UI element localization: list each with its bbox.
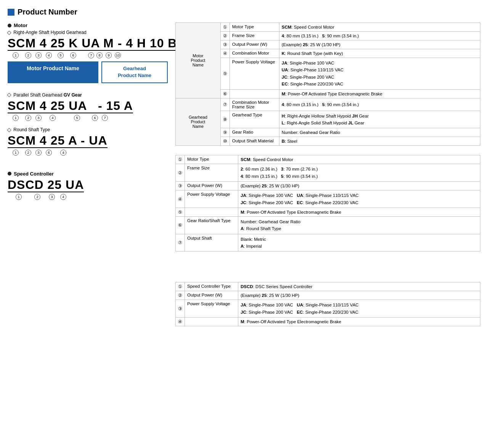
- table-row: ⑦ Output Shaft Blank: MetricA: Imperial: [176, 234, 480, 251]
- left-column: Motor Right-Angle Shaft Hypoid Gearhead …: [8, 23, 168, 326]
- label-cell: Gear Ratio/Shaft Type: [185, 216, 238, 234]
- diamond-icon-2: [7, 93, 11, 97]
- right-column: MotorProductName ① Motor Type SCM: Speed…: [175, 23, 480, 326]
- speed-ctrl-spec-table: ① Speed Controller Type DSCD: DSC Series…: [175, 282, 480, 326]
- table-row: ⑤ Power Supply Voltage JA: Single-Phase …: [176, 58, 480, 90]
- num-cell: ④: [176, 190, 185, 208]
- table-row: ⑩ Output Shaft Material B: Steel: [176, 137, 480, 146]
- table-row: ① Speed Controller Type DSCD: DSC Series…: [176, 282, 480, 291]
- section-cell: MotorProductName: [176, 23, 221, 98]
- right-angle-table-wrapper: MotorProductName ① Motor Type SCM: Speed…: [175, 23, 480, 146]
- parallel-spec-table: ① Motor Type SCM: Speed Control Motor ② …: [175, 155, 480, 251]
- num-cell: ⑦: [176, 234, 185, 251]
- value-cell: 4: 80 mm (3.15 in.) 5: 90 mm (3.54 in.): [279, 32, 480, 40]
- p-num-5: 5: [72, 115, 82, 121]
- num-cell: ⑩: [220, 137, 230, 146]
- value-cell: B: Steel: [279, 137, 480, 146]
- value-cell: JA: Single-Phase 100 VACUA: Single-Phase…: [279, 58, 480, 90]
- num-6: 6: [68, 52, 79, 58]
- parallel-header: Parallel Shaft Gearhead GV Gear: [8, 92, 168, 98]
- label-cell: Output Shaft: [185, 234, 238, 251]
- value-cell: DSCD: DSC Series Speed Controller: [238, 282, 480, 291]
- speed-ctrl-code: DSCD 25 UA: [8, 178, 84, 192]
- parallel-subsection: Parallel Shaft Gearhead GV Gear SCM 4 25…: [8, 92, 168, 156]
- page-title: Product Number: [8, 8, 480, 16]
- r-num-4: 4: [59, 150, 68, 156]
- table-row: ④ Power Supply Voltage JA: Single-Phase …: [176, 190, 480, 208]
- label-cell: Combination Motor Frame Size: [230, 98, 279, 111]
- num-cell: ⑤: [176, 208, 185, 216]
- label-cell: [230, 89, 279, 98]
- sc-num-2: 2: [30, 194, 45, 200]
- label-cell: Combination Motor: [230, 49, 279, 58]
- num-9: 9: [104, 52, 114, 58]
- speed-ctrl-table-wrapper: ① Speed Controller Type DSCD: DSC Series…: [175, 282, 480, 326]
- num-cell: ②: [176, 164, 185, 182]
- value-cell: (Example) 25: 25 W (1/30 HP): [238, 182, 480, 190]
- p-num-7: 7: [100, 115, 110, 121]
- table-row: ③ Output Power (W) (Example) 25: 25 W (1…: [176, 40, 480, 49]
- gearhead-product-name-box: GearheadProduct Name: [101, 61, 168, 83]
- table-row: ④ Combination Motor K: Round Shaft Type …: [176, 49, 480, 58]
- num-2: 2: [24, 52, 33, 58]
- num-3: 3: [33, 52, 44, 58]
- r-num-1: 1: [8, 150, 24, 156]
- right-angle-header: Right-Angle Shaft Hypoid Gearhead: [8, 30, 168, 35]
- num-cell: ③: [220, 40, 230, 49]
- value-cell: Number: Geahead Gear Ratio: [279, 128, 480, 137]
- label-cell: Power Supply Voltage: [185, 300, 238, 317]
- right-angle-spec-table: MotorProductName ① Motor Type SCM: Speed…: [175, 23, 480, 146]
- diamond-icon: [7, 31, 11, 35]
- table-row: ⑥ Gear Ratio/Shaft Type Number: Gearhead…: [176, 216, 480, 234]
- label-cell: Output Power (W): [185, 291, 238, 300]
- table-row: ⑨ Gear Ratio Number: Geahead Gear Ratio: [176, 128, 480, 137]
- num-1: 1: [8, 52, 24, 58]
- table-row: ③ Output Power (W) (Example) 25: 25 W (1…: [176, 182, 480, 190]
- r-num-2: 2: [24, 150, 33, 156]
- num-4: 4: [44, 52, 53, 58]
- value-cell: 4: 80 mm (3.15 in.) 5: 90 mm (3.54 in.): [279, 98, 480, 111]
- right-angle-nums: 1 2 3 4 5 6 7 8 9 10: [8, 52, 168, 58]
- num-10: 10: [114, 52, 122, 58]
- table-row: ⑥ M: Power-Off Activated Type Electromag…: [176, 89, 480, 98]
- value-cell: JA: Single-Phase 100 VAC UA: Single-Phas…: [238, 300, 480, 317]
- num-cell: ④: [176, 317, 185, 326]
- num-cell: ⑥: [220, 89, 230, 98]
- label-cell: Power Supply Voltage: [230, 58, 279, 90]
- name-boxes: Motor Product Name GearheadProduct Name: [8, 61, 168, 83]
- num-cell: ③: [176, 300, 185, 317]
- label-cell: Output Shaft Material: [230, 137, 279, 146]
- table-row: ⑤ M: Power-Off Activated Type Electromag…: [176, 208, 480, 216]
- value-cell: JA: Single-Phase 100 VAC UA: Single-Phas…: [238, 190, 480, 208]
- round-shaft-header: Round Shaft Type: [8, 127, 168, 132]
- parallel-code: SCM 4 25 UA - 15 A: [8, 99, 133, 113]
- label-cell: Output Power (W): [185, 182, 238, 190]
- sc-num-3: 3: [45, 194, 59, 200]
- label-cell: Gear Ratio: [230, 128, 279, 137]
- value-cell: SCM: Speed Control Motor: [238, 155, 480, 164]
- label-cell: [185, 208, 238, 216]
- value-cell: M: Power-Off Activated Type Electromagne…: [238, 317, 480, 326]
- diamond-icon-3: [7, 128, 11, 132]
- table-row: ③ Power Supply Voltage JA: Single-Phase …: [176, 300, 480, 317]
- num-cell: ⑧: [220, 111, 230, 128]
- num-cell: ⑤: [220, 58, 230, 90]
- motor-product-name-box: Motor Product Name: [8, 61, 98, 83]
- r-num-3: 3: [33, 150, 44, 156]
- value-cell: (Example) 25: 25 W (1/30 HP): [238, 291, 480, 300]
- bullet-icon-2: [8, 172, 11, 176]
- table-row: MotorProductName ① Motor Type SCM: Speed…: [176, 23, 480, 32]
- label-cell: Power Supply Voltage: [185, 190, 238, 208]
- value-cell: (Example) 25: 25 W (1/30 HP): [279, 40, 480, 49]
- speed-ctrl-nums: 1 2 3 4: [8, 194, 168, 200]
- right-angle-subsection: Right-Angle Shaft Hypoid Gearhead SCM 4 …: [8, 30, 168, 83]
- num-7: 7: [87, 52, 95, 58]
- value-cell: Blank: MetricA: Imperial: [238, 234, 480, 251]
- p-num-2: 2: [24, 115, 33, 121]
- value-cell: M: Power-Off Activated Type Electromagne…: [279, 89, 480, 98]
- num-cell: ⑦: [220, 98, 230, 111]
- round-nums: 1 2 3 6 4: [8, 150, 168, 156]
- num-8: 8: [95, 52, 104, 58]
- num-cell: ③: [176, 182, 185, 190]
- round-shaft-subsection: Round Shaft Type SCM 4 25 A - UA 1 2 3 6…: [8, 127, 168, 156]
